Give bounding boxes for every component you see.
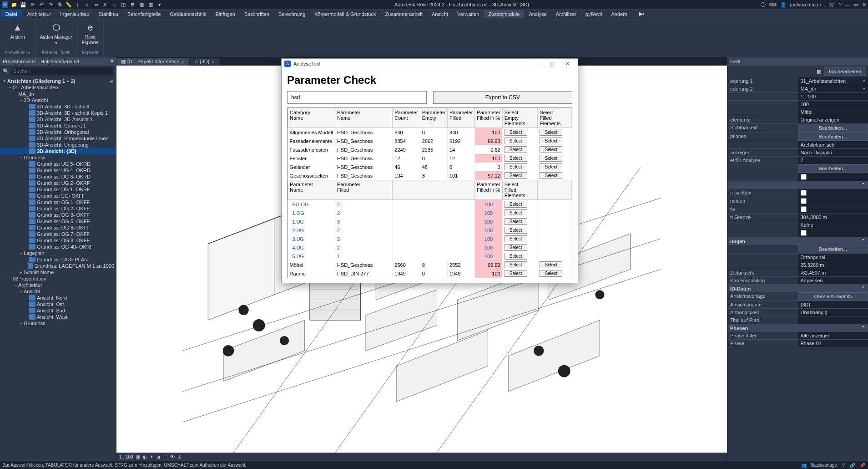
tree-item[interactable]: 3D-Ansicht: 3D-Ansicht 1 <box>0 116 116 122</box>
property-edit-button[interactable]: Bearbeiten... <box>798 245 868 253</box>
property-value[interactable]: Architektonisch <box>798 141 868 148</box>
tree-item[interactable]: −3D-Ansicht <box>0 97 116 103</box>
property-checkbox[interactable] <box>801 190 807 196</box>
property-checkbox[interactable] <box>801 198 807 204</box>
property-value[interactable] <box>798 229 868 237</box>
property-group-header[interactable]: ⌃ <box>727 181 868 189</box>
undo-icon[interactable]: ↶ <box>38 1 45 8</box>
tree-item[interactable]: Grundriss: UG 3- OKRD <box>0 173 116 180</box>
hide-icon[interactable]: 👁 <box>170 454 175 459</box>
tree-item[interactable]: Grundriss: OG 3- OKFF <box>0 212 116 218</box>
tree-item[interactable]: Grundriss: OG 8- OKFF <box>0 237 116 244</box>
select-button[interactable]: Select <box>505 244 527 251</box>
tree-item[interactable]: −Ansicht <box>0 288 116 295</box>
menu-stahlbau[interactable]: Stahlbau <box>94 10 123 18</box>
tree-item[interactable]: −02Präsentation <box>0 275 116 282</box>
property-value[interactable]: 2 <box>798 157 868 164</box>
property-value[interactable]: 304,8000 m <box>798 214 868 221</box>
close-hidden-icon[interactable]: ▦ <box>138 1 145 8</box>
view-tab[interactable]: ⌂{3D}✕ <box>190 58 219 65</box>
minimize-icon[interactable]: — <box>845 2 850 7</box>
menu-geb-udetechnik[interactable]: Gebäudetechnik <box>165 10 211 18</box>
crop-icon[interactable]: ⬚ <box>163 454 167 459</box>
table-header[interactable]: CategoryName <box>288 108 335 128</box>
table-header[interactable]: ParameterFilled in % <box>475 108 502 128</box>
tree-twisty-icon[interactable]: + <box>18 270 24 275</box>
dropdown-icon[interactable]: ▾ <box>156 1 163 8</box>
property-edit-button[interactable]: Bearbeiten... <box>798 124 868 132</box>
property-group-header[interactable]: ungen⌃ <box>727 237 868 245</box>
close-icon[interactable]: ✕ <box>110 58 114 64</box>
tab-close-icon[interactable]: ✕ <box>211 59 215 64</box>
select-empty-button[interactable]: Select <box>505 172 527 179</box>
info-icon[interactable]: ⓘ <box>761 1 766 8</box>
table-header[interactable]: ParameterName <box>335 108 392 128</box>
menu-ingenieurbau[interactable]: Ingenieurbau <box>56 10 94 18</box>
redo-icon[interactable]: ↷ <box>47 1 54 8</box>
main-model-label[interactable]: Basisvorlage <box>811 463 837 468</box>
property-edit-button[interactable]: <Keine Auswahl> <box>798 292 868 301</box>
filter-input[interactable] <box>287 91 427 104</box>
select-empty-button[interactable]: Select <box>505 138 527 144</box>
property-value[interactable] <box>798 205 868 213</box>
select-empty-button[interactable]: Select <box>505 270 527 277</box>
sync-icon[interactable]: ⟳ <box>29 1 35 8</box>
menu-einf-gen[interactable]: Einfügen <box>211 10 239 18</box>
property-value[interactable]: -62,4597 m <box>798 269 868 276</box>
property-value[interactable]: 25,3269 m <box>798 261 868 269</box>
tree-twisty-icon[interactable]: − <box>18 155 24 160</box>
tree-twisty-icon[interactable]: − <box>13 91 18 97</box>
tree-twisty-icon[interactable]: − <box>18 250 24 256</box>
property-value[interactable]: Nach Disziplin <box>798 149 868 156</box>
visual-style-icon[interactable]: ◐ <box>143 454 147 459</box>
detail-icon[interactable]: ▦ <box>136 454 140 459</box>
dialog-minimize-icon[interactable]: — <box>529 61 544 67</box>
select-button[interactable]: Select <box>505 201 527 208</box>
section-icon[interactable]: ◫ <box>120 1 126 8</box>
menu-zusammenarbeit[interactable]: Zusammenarbeit <box>380 10 427 18</box>
group-collapse-icon[interactable]: ⌃ <box>861 285 865 291</box>
tree-twisty-icon[interactable]: − <box>7 276 13 281</box>
menu-archilizer[interactable]: Archilizer <box>551 10 581 18</box>
export-csv-button[interactable]: Export to CSV <box>433 91 573 104</box>
collapse-all-icon[interactable]: « <box>109 77 114 85</box>
property-value[interactable]: Orthogonal <box>798 254 868 261</box>
property-value[interactable] <box>798 173 868 181</box>
menu-verwalten[interactable]: Verwalten <box>453 10 484 18</box>
tree-item[interactable]: Grundriss: OG 5- OKFF <box>0 218 116 224</box>
property-value[interactable]: Original anzeigen <box>798 116 868 123</box>
menu--ndern[interactable]: Ändern <box>606 10 631 18</box>
ribbon-tool-icon[interactable]: ▲ <box>11 21 24 34</box>
tree-twisty-icon[interactable]: − <box>7 85 13 90</box>
property-group-header[interactable]: Phasen⌃ <box>727 324 868 332</box>
select-empty-button[interactable]: Select <box>505 129 527 136</box>
help-icon[interactable]: ? <box>839 2 842 7</box>
property-value[interactable]: Mittel <box>798 108 868 116</box>
menu-beschriften[interactable]: Beschriften <box>240 10 274 18</box>
property-checkbox[interactable] <box>801 174 807 180</box>
menu-betonfertigteile[interactable]: Betonfertigteile <box>123 10 165 18</box>
ribbon-tool-label[interactable]: ▾ <box>55 40 57 46</box>
property-value[interactable]: Keine <box>798 221 868 229</box>
tree-twisty-icon[interactable]: − <box>18 97 24 103</box>
select-button[interactable]: Select <box>505 253 527 260</box>
tree-item[interactable]: −Lageplan <box>0 250 116 256</box>
property-value[interactable]: 01_Arbeitsansichten <box>798 77 868 85</box>
dimension-icon[interactable]: ⇔ <box>93 1 99 8</box>
thin-lines-icon[interactable]: ≣ <box>129 1 136 8</box>
select-pinned-icon[interactable]: 📌 <box>860 463 865 468</box>
sun-path-icon[interactable]: ☀ <box>150 454 154 459</box>
menu-datei[interactable]: Datei <box>1 10 22 18</box>
select-filled-button[interactable]: Select <box>540 270 562 277</box>
ribbon-tool-label[interactable]: Ändern <box>10 35 25 40</box>
tree-item[interactable]: Grundriss: LAGEPLAN <box>0 256 116 263</box>
tree-item[interactable]: ▾Ansichten (Gliederung 1 + 2) <box>0 77 116 84</box>
tab-close-icon[interactable]: ✕ <box>181 59 185 64</box>
select-filled-button[interactable]: Select <box>540 163 562 170</box>
menu-ansicht[interactable]: Ansicht <box>427 10 453 18</box>
tree-twisty-icon[interactable]: ▾ <box>2 78 7 84</box>
tree-item[interactable]: Grundriss: OG 2- OKFF <box>0 205 116 212</box>
tree-item[interactable]: −Grundriss <box>0 320 116 326</box>
dialog-maximize-icon[interactable]: ▢ <box>544 61 560 67</box>
dialog-table-container[interactable]: CategoryNameParameterNameParameterCountP… <box>287 107 572 278</box>
